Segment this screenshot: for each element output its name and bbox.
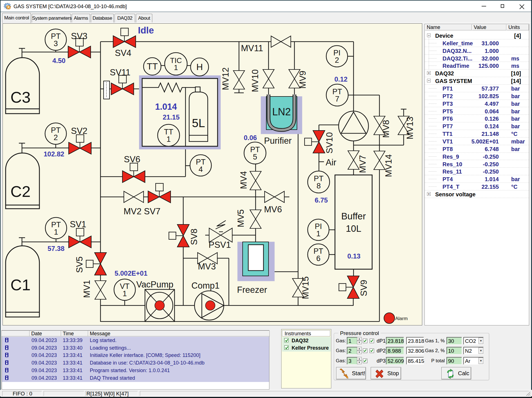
svg-text:SV11: SV11 (110, 68, 131, 77)
svg-text:MV4: MV4 (239, 171, 249, 189)
svg-text:SV2: SV2 (71, 126, 88, 136)
svg-text:6: 6 (316, 254, 320, 263)
svg-text:Freezer: Freezer (237, 285, 267, 295)
svg-text:SV9: SV9 (359, 280, 369, 296)
svg-text:MV2 SV7: MV2 SV7 (124, 206, 160, 216)
svg-text:Alarm: Alarm (395, 316, 408, 321)
svg-text:MV3: MV3 (198, 262, 216, 271)
svg-text:2: 2 (335, 56, 339, 64)
svg-text:1: 1 (316, 230, 320, 238)
svg-text:0.06: 0.06 (244, 134, 257, 141)
svg-text:MV7: MV7 (358, 155, 368, 173)
svg-text:3: 3 (53, 39, 58, 48)
svg-text:Idle: Idle (138, 25, 154, 35)
svg-text:SV6: SV6 (124, 154, 140, 164)
svg-text:SV3: SV3 (71, 31, 88, 41)
svg-text:6.75: 6.75 (315, 196, 328, 204)
svg-text:LN2: LN2 (272, 106, 291, 118)
svg-text:Air: Air (326, 158, 336, 167)
svg-text:MV6: MV6 (264, 204, 282, 214)
svg-text:1: 1 (122, 289, 127, 298)
svg-text:5: 5 (253, 153, 257, 161)
svg-text:MV15: MV15 (301, 276, 310, 299)
svg-text:MV12: MV12 (221, 68, 231, 90)
svg-text:21.15: 21.15 (163, 113, 180, 121)
svg-text:1: 1 (166, 135, 171, 143)
svg-text:MV13: MV13 (405, 117, 415, 140)
svg-text:C1: C1 (10, 276, 31, 294)
svg-text:MV9: MV9 (298, 71, 308, 89)
svg-text:SV1: SV1 (70, 219, 86, 229)
svg-text:0.12: 0.12 (334, 75, 348, 83)
svg-text:1.014: 1.014 (155, 102, 177, 112)
svg-text:1: 1 (54, 228, 58, 236)
svg-text:H: H (196, 62, 203, 72)
svg-text:VacPump: VacPump (136, 280, 173, 289)
svg-text:2: 2 (53, 133, 58, 142)
svg-text:Buffer: Buffer (341, 211, 366, 221)
svg-text:1: 1 (174, 63, 178, 72)
svg-text:SV4: SV4 (115, 48, 131, 58)
svg-text:57.38: 57.38 (48, 245, 64, 252)
svg-text:MV5: MV5 (236, 209, 246, 227)
svg-text:4: 4 (198, 165, 203, 174)
svg-text:10L: 10L (346, 223, 361, 234)
svg-text:Purifier: Purifier (264, 136, 292, 146)
svg-text:MV14: MV14 (384, 154, 394, 177)
svg-text:4.50: 4.50 (52, 57, 66, 64)
svg-text:MV1: MV1 (82, 280, 92, 298)
svg-text:SV10: SV10 (325, 132, 334, 154)
svg-text:5L: 5L (192, 116, 205, 130)
svg-text:C3: C3 (10, 88, 31, 106)
svg-text:MV10: MV10 (250, 69, 260, 92)
svg-text:102.82: 102.82 (44, 150, 64, 158)
svg-text:Comp1: Comp1 (191, 281, 220, 291)
svg-text:TT: TT (147, 61, 158, 71)
svg-text:7: 7 (335, 95, 339, 103)
svg-text:8: 8 (316, 182, 321, 190)
svg-text:MV11: MV11 (241, 43, 263, 53)
svg-text:MV8: MV8 (381, 120, 391, 138)
svg-text:0.13: 0.13 (347, 252, 361, 260)
svg-text:SV8: SV8 (189, 229, 199, 245)
svg-text:C2: C2 (10, 183, 31, 200)
svg-text:5.002E+01: 5.002E+01 (115, 269, 147, 277)
svg-text:PSV1: PSV1 (209, 240, 231, 250)
svg-text:SV5: SV5 (75, 257, 84, 273)
